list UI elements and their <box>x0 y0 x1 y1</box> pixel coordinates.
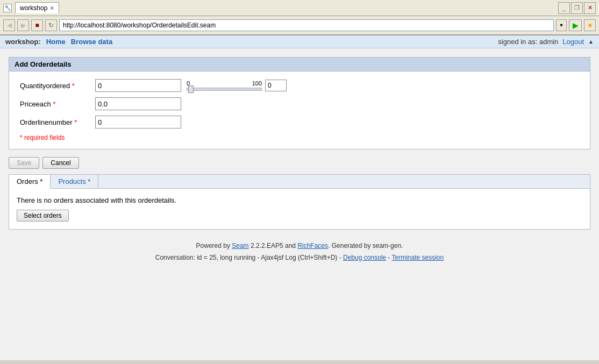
refresh-button[interactable]: ↻ <box>45 19 57 31</box>
orderlinenumber-row: Orderlinenumber * <box>20 116 579 129</box>
quantityordered-label: Quantityordered * <box>20 82 95 90</box>
main-content: Add Orderdetails Quantityordered * 0 100 <box>0 48 599 360</box>
tabs-container: Orders * Products * There is no orders a… <box>9 174 590 230</box>
bookmark-button[interactable]: ★ <box>584 19 596 31</box>
app-nav-left: workshop: Home Browse data <box>5 38 112 46</box>
terminate-session-link[interactable]: Terminate session <box>391 254 444 261</box>
app-nav-right: signed in as: admin Logout ▲ <box>498 38 594 46</box>
slider-max-label: 100 <box>252 80 262 87</box>
priceeach-input[interactable] <box>95 97 181 110</box>
tab-products[interactable]: Products * <box>51 175 98 188</box>
bookmark-icon: ★ <box>587 22 593 29</box>
select-orders-button[interactable]: Select orders <box>17 210 69 222</box>
required-star-qty: * <box>70 82 75 90</box>
app-brand: workshop: <box>5 38 41 46</box>
tab-orders-message: There is no orders associated with this … <box>17 196 582 204</box>
slider-track[interactable] <box>187 88 262 91</box>
priceeach-label: Priceeach * <box>20 100 95 108</box>
required-star-price: * <box>51 100 56 108</box>
address-bar[interactable] <box>59 19 554 31</box>
orderlinenumber-input[interactable] <box>95 116 181 129</box>
footer-line2: Conversation: id = 25, long running - Aj… <box>19 252 580 264</box>
browser-navbar: ◀ ▶ ■ ↻ ▼ ▶ ★ <box>0 16 599 35</box>
tab-title: workshop <box>20 4 47 12</box>
go-button[interactable]: ▶ <box>569 19 582 31</box>
tabs-header: Orders * Products * <box>9 175 590 189</box>
forward-button[interactable]: ▶ <box>17 19 29 31</box>
debug-console-link[interactable]: Debug console <box>343 254 386 261</box>
stop-button[interactable]: ■ <box>31 19 43 31</box>
slider-thumb[interactable] <box>188 85 194 93</box>
footer: Powered by Seam 2.2.2.EAP5 and RichFaces… <box>9 230 590 274</box>
richfaces-link[interactable]: RichFaces <box>297 242 328 249</box>
orderlinenumber-label: Orderlinenumber * <box>20 118 95 126</box>
browser-tab: workshop ✕ <box>15 2 59 13</box>
required-star-line: * <box>73 118 77 126</box>
tab-close-icon[interactable]: ✕ <box>49 5 54 12</box>
quantityordered-input[interactable] <box>95 79 181 92</box>
tab-body-orders: There is no orders associated with this … <box>9 189 590 229</box>
action-buttons: Save Cancel <box>9 157 590 169</box>
form-panel-body: Quantityordered * 0 100 <box>9 72 590 149</box>
seam-link[interactable]: Seam <box>232 242 248 249</box>
back-button[interactable]: ◀ <box>3 19 15 31</box>
cancel-button[interactable]: Cancel <box>42 157 79 169</box>
minimize-button[interactable]: _ <box>558 2 570 14</box>
form-panel-header: Add Orderdetails <box>9 58 590 72</box>
panel-title: Add Orderdetails <box>15 60 71 68</box>
scroll-up-icon[interactable]: ▲ <box>588 39 594 45</box>
browser-titlebar: 🔧 workshop ✕ _ ❐ ✕ <box>0 0 599 16</box>
address-dropdown[interactable]: ▼ <box>556 19 567 31</box>
slider-container: 0 100 <box>187 80 262 91</box>
slider-labels: 0 100 <box>187 80 262 87</box>
browse-data-link[interactable]: Browse data <box>71 38 112 46</box>
logout-link[interactable]: Logout <box>562 38 584 46</box>
tab-orders[interactable]: Orders * <box>9 175 51 189</box>
restore-button[interactable]: ❐ <box>571 2 583 14</box>
quantityordered-row: Quantityordered * 0 100 <box>20 79 579 92</box>
save-button[interactable]: Save <box>9 157 39 169</box>
app-navbar: workshop: Home Browse data signed in as:… <box>0 35 599 48</box>
form-panel: Add Orderdetails Quantityordered * 0 100 <box>9 57 590 149</box>
footer-line1: Powered by Seam 2.2.2.EAP5 and RichFaces… <box>19 240 580 252</box>
browser-favicon: 🔧 <box>3 4 12 12</box>
slider-value-input[interactable] <box>265 80 287 91</box>
home-link[interactable]: Home <box>46 38 66 46</box>
priceeach-row: Priceeach * <box>20 97 579 110</box>
slider-area: 0 100 <box>187 80 287 91</box>
signed-in-text: signed in as: admin <box>498 38 558 46</box>
play-icon: ▶ <box>573 21 579 30</box>
required-note: * required fields <box>20 134 579 141</box>
close-button[interactable]: ✕ <box>584 2 596 14</box>
